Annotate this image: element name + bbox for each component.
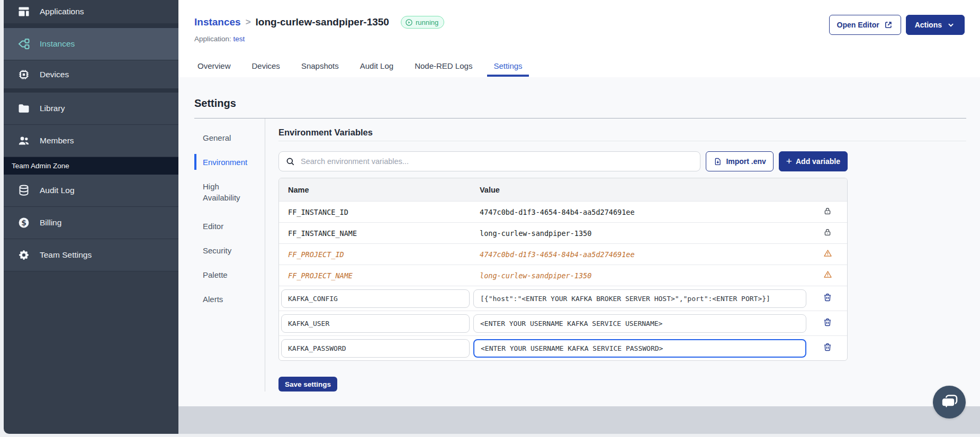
sidebar-item-applications[interactable]: Applications (4, 0, 178, 28)
instance-tabs: OverviewDevicesSnapshotsAudit LogNode-RE… (191, 61, 529, 77)
open-editor-label: Open Editor (837, 21, 879, 29)
sidebar-item-members[interactable]: Members (4, 125, 178, 157)
env-row-ff_instance_id: FF_INSTANCE_ID4747c0bd-d1f3-4654-84b4-aa… (279, 201, 847, 222)
tab-node-red-logs[interactable]: Node-RED Logs (408, 61, 479, 77)
status-badge-label: running (416, 19, 438, 26)
sidebar-item-label: Instances (40, 39, 75, 49)
instances-icon (17, 38, 30, 50)
breadcrumb-separator: > (246, 17, 251, 28)
sidebar-admin-menu: Audit Log$BillingTeam Settings (4, 175, 178, 271)
column-header-value: Value (471, 186, 808, 194)
devices-icon (17, 68, 30, 81)
env-name: FF_INSTANCE_NAME (279, 228, 471, 239)
sidebar-item-billing[interactable]: $Billing (4, 207, 178, 239)
header-buttons: Open Editor Actions (829, 15, 965, 35)
settings-nav: GeneralEnvironmentHigh AvailabilityEdito… (194, 119, 265, 392)
env-search-input[interactable] (301, 157, 694, 166)
env-row-kafka_password (279, 335, 847, 360)
add-variable-button[interactable]: + Add variable (779, 151, 848, 171)
sidebar-item-label: Team Settings (40, 250, 92, 260)
sidebar-item-label: Devices (40, 70, 69, 79)
instance-header: Instances > long-curlew-sandpiper-1350 r… (178, 0, 980, 77)
main-area: Instances > long-curlew-sandpiper-1350 r… (178, 0, 980, 434)
page-title: Settings (194, 97, 966, 110)
sidebar-item-devices[interactable]: Devices (4, 60, 178, 93)
env-row-ff_instance_name: FF_INSTANCE_NAMElong-curlew-sandpiper-13… (279, 222, 847, 243)
settings-nav-editor[interactable]: Editor (194, 214, 265, 238)
env-name: FF_PROJECT_NAME (279, 270, 471, 281)
tab-devices[interactable]: Devices (246, 61, 286, 77)
trash-icon[interactable] (823, 342, 832, 354)
env-value-input[interactable] (473, 339, 806, 358)
env-value: 4747c0bd-d1f3-4654-84b4-aa5d274691ee (471, 249, 808, 260)
application-link[interactable]: test (233, 35, 245, 43)
audit-log-icon (17, 184, 30, 197)
app-shell: ApplicationsInstancesDevicesLibraryMembe… (4, 0, 980, 434)
tab-audit-log[interactable]: Audit Log (354, 61, 400, 77)
env-row-ff_project_name: FF_PROJECT_NAMElong-curlew-sandpiper-135… (279, 265, 847, 286)
team-settings-icon (17, 249, 30, 261)
env-name: FF_INSTANCE_ID (279, 207, 471, 217)
lock-icon (823, 207, 832, 217)
breadcrumb-instances-link[interactable]: Instances (194, 16, 241, 28)
sidebar-item-label: Audit Log (40, 186, 75, 195)
applications-icon (17, 5, 30, 18)
trash-icon[interactable] (823, 293, 832, 304)
play-circle-icon (405, 19, 413, 26)
plus-icon: + (786, 156, 792, 166)
sidebar-item-label: Members (40, 136, 74, 145)
settings-nav-palette[interactable]: Palette (194, 262, 265, 287)
settings-nav-alerts[interactable]: Alerts (194, 287, 265, 311)
settings-nav-security[interactable]: Security (194, 238, 265, 262)
team-admin-zone-label: Team Admin Zone (4, 157, 178, 175)
env-name-input[interactable] (281, 289, 470, 308)
instance-name: long-curlew-sandpiper-1350 (256, 16, 389, 28)
env-value: long-curlew-sandpiper-1350 (471, 270, 808, 281)
application-label: Application: (194, 35, 231, 43)
settings-page: Settings GeneralEnvironmentHigh Availabi… (178, 77, 980, 406)
import-env-button[interactable]: Import .env (706, 151, 773, 171)
env-name-input[interactable] (281, 314, 470, 333)
sidebar-item-audit-log[interactable]: Audit Log (4, 175, 178, 207)
chat-launcher-button[interactable] (933, 386, 966, 418)
env-row-kafka_config (279, 286, 847, 311)
save-settings-button[interactable]: Save settings (278, 377, 337, 392)
actions-button[interactable]: Actions (906, 15, 965, 35)
tab-snapshots[interactable]: Snapshots (295, 61, 345, 77)
breadcrumb: Instances > long-curlew-sandpiper-1350 r… (194, 16, 444, 29)
library-icon (17, 102, 30, 115)
trash-icon[interactable] (823, 317, 832, 329)
env-name-input[interactable] (281, 339, 470, 358)
env-table-header: Name Value (279, 178, 847, 201)
env-table: Name Value FF_INSTANCE_ID4747c0bd-d1f3-4… (278, 178, 848, 361)
sidebar-item-label: Library (40, 104, 65, 113)
env-search (278, 151, 700, 171)
env-value-input[interactable] (473, 314, 806, 333)
settings-nav-general[interactable]: General (194, 125, 265, 150)
tab-overview[interactable]: Overview (191, 61, 237, 77)
warning-icon (823, 270, 832, 281)
section-title: Environment Variables (278, 128, 966, 138)
sidebar-item-library[interactable]: Library (4, 93, 178, 125)
sidebar-item-instances[interactable]: Instances (4, 28, 178, 60)
settings-panel: Environment Variables Import .env (265, 119, 966, 392)
svg-text:$: $ (21, 218, 26, 227)
sidebar-item-label: Applications (40, 7, 84, 16)
add-variable-label: Add variable (796, 157, 840, 166)
warning-icon (823, 249, 832, 260)
settings-nav-high-availability[interactable]: High Availability (194, 174, 265, 210)
settings-nav-environment[interactable]: Environment (194, 150, 265, 174)
chat-icon (939, 392, 960, 413)
sidebar-item-team-settings[interactable]: Team Settings (4, 239, 178, 271)
env-value: 4747c0bd-d1f3-4654-84b4-aa5d274691ee (471, 207, 808, 217)
env-value-input[interactable] (473, 289, 806, 308)
members-icon (17, 134, 30, 147)
open-editor-button[interactable]: Open Editor (829, 15, 901, 35)
sidebar-item-label: Billing (40, 218, 61, 227)
sidebar: ApplicationsInstancesDevicesLibraryMembe… (4, 0, 178, 434)
tab-settings[interactable]: Settings (487, 61, 528, 77)
chevron-down-icon (946, 20, 956, 30)
column-header-name: Name (279, 186, 471, 194)
status-badge: running (401, 16, 444, 29)
external-link-icon (884, 20, 893, 30)
